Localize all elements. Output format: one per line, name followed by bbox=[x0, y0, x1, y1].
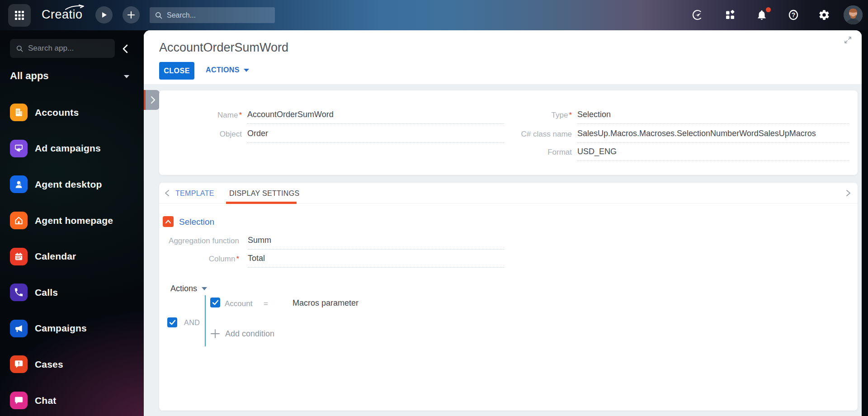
sidebar-item-chat[interactable]: Chat bbox=[10, 383, 137, 416]
field-type-value[interactable]: Selection bbox=[577, 110, 849, 124]
plus-icon bbox=[210, 329, 220, 339]
freedom-ui-icon[interactable] bbox=[692, 9, 703, 21]
sidebar-item-label: Calendar bbox=[35, 251, 76, 262]
field-object-label: Object bbox=[159, 130, 242, 139]
sidebar-item-calls[interactable]: Calls bbox=[10, 274, 137, 311]
section-title[interactable]: Selection bbox=[179, 217, 214, 227]
collapse-section-button[interactable] bbox=[163, 216, 174, 227]
all-apps-caret-icon[interactable] bbox=[124, 75, 129, 78]
creatio-logo-swoosh bbox=[65, 5, 85, 10]
sidebar-item-accounts[interactable]: Accounts bbox=[10, 95, 137, 131]
collapse-sidebar-icon[interactable] bbox=[119, 44, 132, 54]
workplaces-icon[interactable] bbox=[724, 9, 736, 21]
sidebar-item-label: Agent desktop bbox=[35, 179, 102, 190]
app-launcher-button[interactable] bbox=[8, 4, 31, 27]
field-format-value[interactable]: USD_ENG bbox=[577, 147, 849, 161]
condition-operator[interactable]: = bbox=[264, 299, 268, 308]
svg-text:?: ? bbox=[792, 11, 796, 19]
apps-list: AccountsAd campaignsAgent desktopAgent h… bbox=[10, 95, 137, 416]
expand-panel-tab[interactable] bbox=[144, 90, 160, 110]
chevron-up-icon bbox=[165, 219, 171, 224]
field-csharp-class-value[interactable]: SalesUp.Macros.Macroses.SelectionNumberW… bbox=[577, 129, 849, 143]
creatio-logo: Creatio bbox=[42, 8, 83, 22]
expander-body bbox=[146, 90, 160, 110]
record-header: AccountOrderSumWord CLOSE ACTIONS bbox=[144, 30, 862, 84]
tab-display-settings[interactable]: DISPLAY SETTINGS bbox=[229, 189, 299, 198]
search-icon bbox=[155, 11, 163, 19]
field-column-value[interactable]: Total bbox=[248, 254, 504, 268]
megaphone-icon bbox=[10, 320, 28, 337]
field-aggregation-label: Aggregation function bbox=[159, 236, 239, 246]
actions-dropdown[interactable]: ACTIONS bbox=[206, 66, 249, 74]
tabs-panel: TEMPLATE DISPLAY SETTINGS Selection Aggr… bbox=[159, 183, 858, 411]
chat-bubble-icon bbox=[10, 392, 28, 409]
sidebar-item-agent-homepage[interactable]: Agent homepage bbox=[10, 203, 137, 239]
user-avatar[interactable] bbox=[844, 5, 863, 24]
screen-megaphone-icon bbox=[10, 140, 28, 157]
global-search-input[interactable]: Search... bbox=[150, 7, 275, 23]
logical-operator-label[interactable]: AND bbox=[184, 319, 200, 327]
and-group-checkbox[interactable] bbox=[167, 317, 177, 327]
app-launcher-icon bbox=[14, 9, 25, 21]
condition-value[interactable]: Macros parameter bbox=[292, 298, 359, 308]
field-name-value[interactable]: AccountOrderSumWord bbox=[247, 110, 504, 124]
plus-icon bbox=[127, 11, 135, 19]
home-icon bbox=[10, 212, 28, 229]
field-aggregation-value[interactable]: Summ bbox=[248, 236, 504, 250]
sidebar-item-ad-campaigns[interactable]: Ad campaigns bbox=[10, 131, 137, 167]
add-button[interactable] bbox=[123, 6, 140, 24]
sidebar-item-campaigns[interactable]: Campaigns bbox=[10, 311, 137, 347]
filter-connector-line bbox=[205, 295, 206, 346]
close-button[interactable]: CLOSE bbox=[159, 62, 194, 80]
chevron-down-icon bbox=[244, 69, 249, 72]
app-search-icon bbox=[16, 45, 24, 52]
app-search-input[interactable]: Search app... bbox=[10, 39, 115, 58]
play-icon bbox=[100, 11, 108, 19]
sidebar-item-label: Agent homepage bbox=[35, 215, 113, 226]
active-tab-underline bbox=[226, 202, 297, 204]
expand-window-icon[interactable] bbox=[844, 36, 852, 44]
calendar-icon bbox=[10, 248, 28, 265]
filter-actions-dropdown[interactable]: Actions bbox=[170, 284, 207, 293]
user-avatar-image bbox=[844, 5, 863, 24]
help-icon[interactable]: ? bbox=[788, 9, 799, 21]
condition-field[interactable]: Account bbox=[225, 299, 252, 308]
condition-checkbox[interactable] bbox=[210, 298, 220, 307]
all-apps-label[interactable]: All apps bbox=[10, 70, 49, 82]
actions-dropdown-label: ACTIONS bbox=[206, 66, 240, 74]
sidebar-item-label: Campaigns bbox=[35, 323, 87, 334]
add-condition-label: Add condition bbox=[225, 329, 274, 339]
global-search-placeholder: Search... bbox=[167, 11, 196, 19]
tabs-scroll-left-icon[interactable] bbox=[165, 189, 170, 197]
main-card: AccountOrderSumWord CLOSE ACTIONS Name* … bbox=[144, 30, 862, 416]
field-column-label: Column* bbox=[159, 255, 239, 264]
building-icon bbox=[10, 104, 28, 121]
sidebar-item-label: Ad campaigns bbox=[35, 143, 101, 154]
tab-bar: TEMPLATE DISPLAY SETTINGS bbox=[159, 183, 858, 203]
tab-template[interactable]: TEMPLATE bbox=[175, 189, 214, 198]
record-fields-panel: Name* AccountOrderSumWord Object Order T… bbox=[159, 90, 858, 175]
filter-actions-label: Actions bbox=[170, 284, 197, 293]
case-bubble-icon bbox=[10, 355, 28, 373]
field-object-value[interactable]: Order bbox=[247, 129, 504, 143]
sidebar-item-cases[interactable]: Cases bbox=[10, 346, 137, 383]
sidebar: Search app... All apps AccountsAd campai… bbox=[0, 30, 144, 416]
page-title: AccountOrderSumWord bbox=[159, 41, 288, 55]
field-name-label: Name* bbox=[159, 111, 242, 120]
sidebar-item-label: Cases bbox=[35, 359, 63, 370]
add-condition-button[interactable]: Add condition bbox=[210, 329, 274, 339]
play-button[interactable] bbox=[95, 6, 113, 24]
field-format-label: Format bbox=[472, 148, 572, 157]
settings-gear-icon[interactable] bbox=[818, 9, 830, 21]
sidebar-item-agent-desktop[interactable]: Agent desktop bbox=[10, 166, 137, 203]
field-csharp-class-label: C# class name bbox=[472, 130, 572, 139]
sidebar-item-calendar[interactable]: Calendar bbox=[10, 238, 137, 274]
tabs-scroll-right-icon[interactable] bbox=[846, 189, 851, 197]
notification-badge bbox=[766, 7, 771, 12]
chevron-right-icon bbox=[150, 96, 156, 104]
app-search-placeholder: Search app... bbox=[28, 44, 74, 53]
sidebar-item-label: Calls bbox=[35, 287, 58, 298]
checkmark-icon bbox=[169, 320, 176, 326]
topbar: Creatio Search... ? bbox=[0, 0, 868, 30]
checkmark-icon bbox=[212, 300, 219, 306]
